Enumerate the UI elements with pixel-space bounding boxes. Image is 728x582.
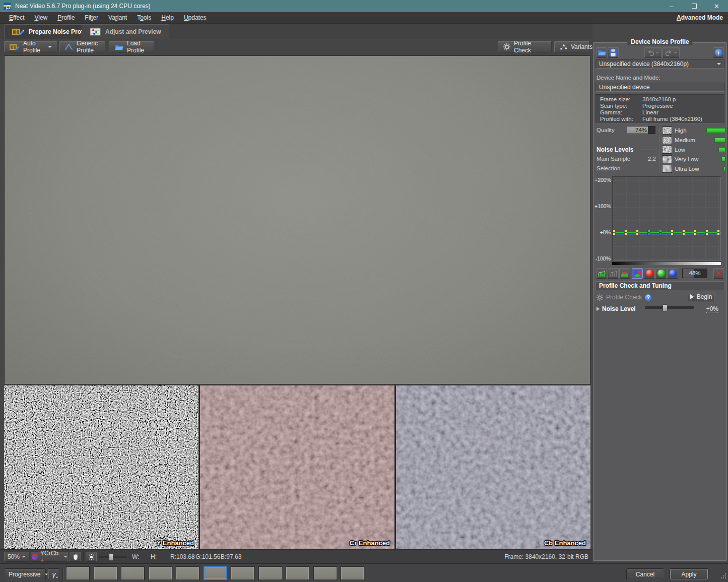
undo-button[interactable] xyxy=(644,47,661,58)
profile-check-button[interactable]: Profile Check xyxy=(498,41,552,52)
generic-profile-button[interactable]: Generic Profile xyxy=(59,41,105,52)
maximize-button[interactable] xyxy=(683,0,705,12)
gear-icon xyxy=(597,294,603,301)
device-name-value: Unspecified device xyxy=(599,84,650,91)
freq-level-bar xyxy=(723,166,725,171)
menu-help[interactable]: Help xyxy=(156,14,179,21)
expand-arrow-icon[interactable] xyxy=(597,307,600,311)
chevron-down-icon xyxy=(64,556,67,557)
window-title: Neat Video 5.6.7 Pro plug-in (using 24 C… xyxy=(15,3,151,10)
gamma-icon: γ xyxy=(52,570,56,578)
apply-label: Apply xyxy=(681,571,696,578)
variants-button[interactable]: Variants xyxy=(554,41,589,52)
chart-bars-button[interactable] xyxy=(596,268,607,279)
menu-view[interactable]: View xyxy=(29,14,52,21)
menu-profile[interactable]: Profile xyxy=(52,14,80,21)
main-sample-value: 2.2 xyxy=(639,156,656,162)
gamma-button[interactable]: γ xyxy=(48,568,60,580)
minimize-button[interactable]: – xyxy=(660,0,683,12)
freq-sample-thumbnail xyxy=(662,136,672,144)
frame-thumbnail[interactable] xyxy=(258,566,282,580)
variants-icon xyxy=(560,44,567,50)
noise-freq-row: Ultra Low xyxy=(662,164,725,173)
resize-grip[interactable] xyxy=(721,573,726,580)
redo-button[interactable] xyxy=(663,47,680,58)
device-name-field[interactable]: Unspecified device xyxy=(595,83,724,92)
scan-type-select[interactable]: Progressive xyxy=(4,568,46,580)
cancel-button[interactable]: Cancel xyxy=(626,568,664,580)
chart-curves-button[interactable] xyxy=(619,268,630,279)
green-channel-button[interactable] xyxy=(655,268,667,279)
menu-filter[interactable]: Filter xyxy=(80,14,103,21)
advanced-mode-button[interactable]: Advanced Mode xyxy=(677,14,724,21)
rgb-channels-button[interactable] xyxy=(632,268,643,279)
red-channel-button[interactable] xyxy=(644,268,655,279)
chevron-down-icon xyxy=(22,556,25,557)
separator xyxy=(639,150,656,150)
noise-level-value[interactable]: +0% xyxy=(706,305,718,313)
channel-panel-cr[interactable]: Cr Enhanced xyxy=(200,385,394,549)
frame-thumbnail[interactable] xyxy=(121,566,145,580)
apply-button[interactable]: Apply xyxy=(670,568,708,580)
menu-variant[interactable]: Variant xyxy=(103,14,132,21)
channel-panel-label: Cr Enhanced xyxy=(350,539,390,547)
blue-channel-button[interactable] xyxy=(667,268,678,279)
frame-thumbnail[interactable] xyxy=(231,566,254,580)
open-profile-button[interactable] xyxy=(596,47,607,58)
tuning-header-label: Profile Check and Tuning xyxy=(599,282,672,289)
channel-panel-cb[interactable]: Cb Enhanced xyxy=(396,385,590,549)
frame-thumbnail[interactable] xyxy=(66,566,90,580)
begin-button[interactable]: Begin xyxy=(688,292,714,301)
quality-value: 74% xyxy=(627,127,655,133)
close-button[interactable]: ✕ xyxy=(705,0,728,12)
pixel-b-value: B:97.63 xyxy=(221,550,241,564)
menu-updates[interactable]: Updates xyxy=(179,14,212,21)
noise-level-slider-handle[interactable] xyxy=(663,304,668,311)
save-profile-button[interactable] xyxy=(608,47,619,58)
frame-thumbnail[interactable] xyxy=(286,566,309,580)
redo-icon xyxy=(665,49,673,56)
channel-panel-label: Y Enhanced xyxy=(157,539,194,547)
frame-thumbnail[interactable] xyxy=(313,566,337,580)
tab-adjust-and-preview[interactable]: Adjust and Preview xyxy=(82,24,169,39)
frame-thumbnail[interactable] xyxy=(149,566,172,580)
frame-thumbnail[interactable] xyxy=(176,566,200,580)
menu-tools[interactable]: Tools xyxy=(132,14,156,21)
frame-viewport[interactable] xyxy=(4,55,590,384)
chevron-down-icon xyxy=(674,52,677,53)
menu-bar: EffectViewProfileFilterVariantToolsHelpU… xyxy=(0,12,728,24)
device-profile-select[interactable]: Unspecified device (3840x2160p) xyxy=(595,59,724,69)
hand-tool-button[interactable] xyxy=(70,552,81,562)
delete-button[interactable] xyxy=(713,268,724,279)
hand-icon xyxy=(72,553,79,560)
zoom-select[interactable]: 50% xyxy=(4,552,29,562)
separator xyxy=(659,126,659,173)
chevron-down-icon[interactable] xyxy=(48,46,52,48)
noise-level-slider[interactable] xyxy=(645,306,694,309)
frame-thumbnail-selected[interactable] xyxy=(204,566,227,580)
chart-bars-disabled-button[interactable] xyxy=(608,268,619,279)
brightness-slider-handle[interactable] xyxy=(109,553,113,561)
variants-label: Variants xyxy=(571,43,592,50)
frame-thumbnail[interactable] xyxy=(341,566,364,580)
channel-mode-select[interactable]: YCrCb + xyxy=(31,552,68,562)
menu-effect[interactable]: Effect xyxy=(4,14,29,21)
channel-panel-y[interactable]: Y Enhanced xyxy=(4,385,198,549)
info-button[interactable]: i xyxy=(713,47,724,58)
load-profile-button[interactable]: Load Profile xyxy=(109,41,154,52)
channel-panel-label: Cb Enhanced xyxy=(544,539,586,547)
freq-sample-thumbnail xyxy=(662,155,672,163)
freq-sample-thumbnail xyxy=(662,146,672,154)
brightness-button[interactable] xyxy=(86,552,97,562)
title-bar[interactable]: Neat Video 5.6.7 Pro plug-in (using 24 C… xyxy=(0,0,728,12)
device-profile-value: Unspecified device (3840x2160p) xyxy=(599,60,689,68)
zoom-value: 50% xyxy=(8,553,20,560)
frame-thumbnail[interactable] xyxy=(94,566,117,580)
channel-panels: Y Enhanced Cr Enhanced Cb Enhanced xyxy=(4,385,590,549)
auto-profile-button[interactable]: Auto Profile xyxy=(4,41,57,52)
profile-check-tuning-header: Profile Check and Tuning xyxy=(595,281,724,290)
help-icon[interactable]: ? xyxy=(645,294,651,301)
profile-graph-plot[interactable] xyxy=(612,176,721,261)
device-name-label: Device Name and Mode: xyxy=(597,75,660,81)
noise-profile-graph[interactable]: +200%+100%+0%-100% xyxy=(594,175,721,262)
